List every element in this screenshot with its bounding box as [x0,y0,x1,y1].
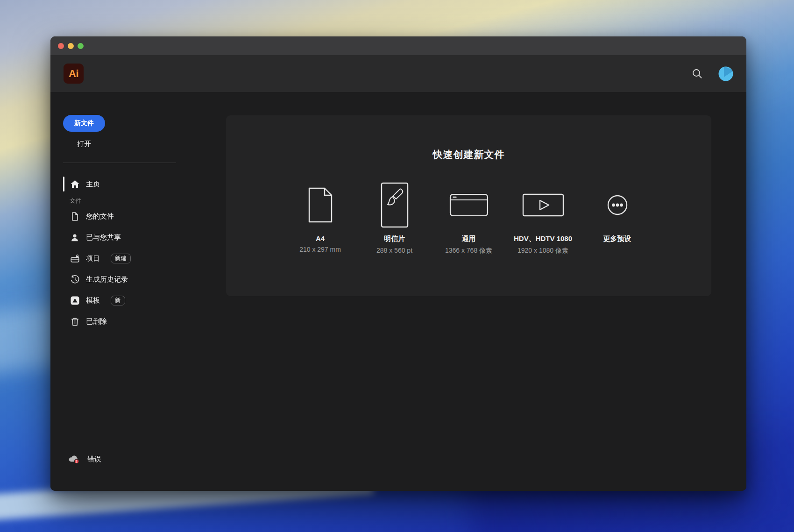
sidebar-divider [63,163,176,163]
trash-icon [70,317,80,326]
sidebar-item-label: 已与您共享 [86,233,121,242]
document-icon [70,212,80,221]
search-icon[interactable] [691,68,703,80]
sidebar-item-templates[interactable]: 模板 新 [63,290,215,311]
preset-name: 通用 [462,234,476,243]
files-section-label: 文件 [70,197,215,205]
sidebar: 新文件 打开 主页 文件 [50,92,215,491]
close-window-button[interactable] [58,43,64,49]
new-file-button[interactable]: 新文件 [63,115,105,132]
more-presets-icon [607,182,628,228]
preset-size: 288 x 560 pt [376,247,412,255]
sidebar-item-label: 已删除 [86,317,107,326]
sidebar-item-your-files[interactable]: 您的文件 [63,206,215,227]
preset-list: A4 210 x 297 mm 明信片 288 x 560 pt [226,182,711,255]
preset-more[interactable]: 更多预设 [580,182,654,255]
user-avatar[interactable] [718,66,733,81]
titlebar[interactable] [50,36,746,55]
projects-icon [70,254,80,263]
preset-postcard[interactable]: 明信片 288 x 560 pt [357,182,432,255]
app-header: Ai [50,55,746,92]
preset-name: 明信片 [384,234,405,243]
preset-size: 210 x 297 mm [299,246,341,254]
people-icon [70,233,80,242]
cloud-error-icon [68,454,81,465]
quick-create-panel: 快速创建新文件 A4 210 x 297 mm [226,115,711,296]
video-icon [522,182,564,228]
preset-web[interactable]: 通用 1366 x 768 像素 [432,182,506,255]
error-label: 错误 [87,455,101,464]
zoom-window-button[interactable] [78,43,84,49]
document-new-icon [307,182,333,228]
sidebar-item-label: 模板 [86,296,100,305]
sidebar-item-label: 您的文件 [86,212,114,221]
open-button[interactable]: 打开 [63,136,105,151]
sidebar-item-label: 项目 [86,254,100,263]
sidebar-item-generation-history[interactable]: 生成历史记录 [63,269,215,290]
main-content: 快速创建新文件 A4 210 x 297 mm [215,92,746,491]
sidebar-item-shared-with-you[interactable]: 已与您共享 [63,227,215,248]
sidebar-item-home[interactable]: 主页 [63,175,215,193]
preset-a4[interactable]: A4 210 x 297 mm [283,182,357,255]
home-icon [70,179,80,189]
illustrator-home-window: Ai 新文件 打开 [50,36,746,491]
preset-size: 1920 x 1080 像素 [518,247,568,255]
preset-hdtv[interactable]: HDV、HDTV 1080 1920 x 1080 像素 [506,182,580,255]
preset-name: A4 [316,234,325,242]
web-icon [449,182,489,228]
illustrator-logo: Ai [64,64,84,84]
sync-error-status[interactable]: 错误 [68,454,101,465]
active-indicator [63,177,64,192]
sidebar-item-deleted[interactable]: 已删除 [63,311,215,332]
quick-create-title: 快速创建新文件 [226,115,711,161]
templates-icon [70,296,80,305]
history-icon [70,275,80,284]
sidebar-item-label: 主页 [86,180,100,189]
postcard-icon [380,182,409,228]
minimize-window-button[interactable] [68,43,74,49]
sidebar-item-projects[interactable]: 项目 新建 [63,248,215,269]
preset-name: 更多预设 [603,234,631,243]
sidebar-item-label: 生成历史记录 [86,275,128,284]
preset-size: 1366 x 768 像素 [445,247,492,255]
new-badge: 新建 [111,254,131,263]
preset-name: HDV、HDTV 1080 [514,234,572,243]
new-badge: 新 [111,296,125,305]
